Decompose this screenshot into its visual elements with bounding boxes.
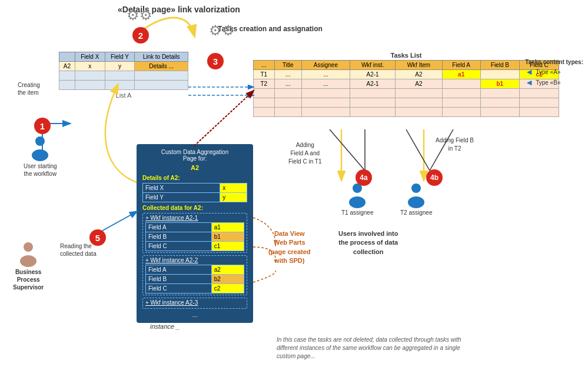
dvwp-label: Data View Web Parts (page created with S… — [268, 229, 311, 266]
users-involved-label: Users involved into the process of data … — [338, 229, 398, 256]
wkf-field-a: Field A — [146, 223, 212, 232]
type-a-label: Type «A» — [536, 69, 560, 75]
content-types-panel: Tasks content types: ◄ Type «A» ◄ Type «… — [525, 59, 583, 88]
wkf-row-c1: Field C c1 — [146, 242, 244, 251]
type-a-row: ◄ Type «A» — [525, 67, 583, 76]
wkf-val-c1: c1 — [211, 242, 244, 251]
cell-t1-wkfinst: A2-1 — [350, 70, 395, 79]
table-row — [59, 71, 188, 81]
cell-t2-id: T2 — [254, 79, 275, 89]
cell-t1-title: ... — [274, 70, 301, 79]
svg-point-4 — [35, 136, 45, 146]
creating-item-label: Creating the item — [18, 81, 40, 96]
user-icon — [29, 135, 51, 161]
svg-point-9 — [408, 196, 424, 208]
bp-supervisor-icon — [18, 241, 39, 267]
type-b-label: Type «B» — [536, 79, 560, 86]
task-row-empty2 — [254, 98, 559, 108]
t1-assignee-person: T1 assignee — [341, 182, 373, 216]
wkf-row-b2: Field B b2 — [146, 275, 244, 284]
svg-point-7 — [349, 196, 366, 208]
wkf-val-a2: a2 — [211, 265, 244, 275]
wkf-row-a2: Field A a2 — [146, 265, 244, 275]
user-label: User starting the workflow — [24, 162, 57, 178]
t1-assignee-label: T1 assignee — [341, 209, 373, 216]
cell-a2-y: y — [105, 62, 135, 71]
t2-assignee-person: T2 assignee — [400, 182, 432, 216]
wkf-field-b2: Field B — [146, 275, 212, 284]
badge-5: 5 — [89, 229, 106, 246]
wkf-field-b: Field B — [146, 232, 212, 242]
t2-assignee-label: T2 assignee — [400, 209, 432, 216]
gear-icon-right: ⚙⚙ — [209, 22, 235, 39]
wkf-val-c2: c2 — [211, 284, 244, 293]
th-linkdetails: Link to Details — [135, 52, 188, 62]
list-a-label: List A — [59, 92, 188, 99]
task-row-empty3 — [254, 108, 559, 117]
cell-t2-wkfinst: A2-1 — [350, 79, 395, 89]
th-wkfinst: Wkf inst. — [350, 61, 395, 70]
cdap-wkf-a2-1-title: + Wkf instance A2-1 — [145, 215, 244, 221]
wkf-val-b1: b1 — [211, 232, 244, 242]
cdap-wkf-a2-1-table: Field A a1 Field B b1 Field C c1 — [145, 222, 244, 251]
cdap-wkf-a2-3-title: + Wkf instance A2-3 — [145, 299, 244, 306]
cdap-container: Custom Data Aggregation Page for: A2 Det… — [137, 144, 253, 323]
cell-t2-title: ... — [274, 79, 301, 89]
cell-t1-assignee: ... — [301, 70, 350, 79]
list-a-table: Field X Field Y Link to Details A2 x y D… — [59, 52, 188, 90]
th-fieldy: Field Y — [105, 52, 135, 62]
cell-a2-id: A2 — [59, 62, 75, 71]
cell-t2-fielda — [442, 79, 480, 89]
task-row-t2: T2 ... ... A2-1 A2 b1 — [254, 79, 559, 89]
gear-icon-left: ⚙⚙ — [127, 7, 152, 24]
cell-details: Details ... — [135, 62, 188, 71]
bp-supervisor-person: Business Process Supervisor — [13, 241, 44, 291]
cdap-detail-val-y: y — [220, 193, 247, 202]
cdap-detail-field-x: Field X — [143, 184, 220, 193]
cdap-title: Custom Data Aggregation Page for: — [142, 149, 247, 162]
svg-point-8 — [411, 184, 421, 193]
cdap-detail-val-x: x — [220, 184, 247, 193]
th-empty — [59, 52, 75, 62]
adding-fieldb-label: Adding Field Bin T2 — [436, 136, 474, 153]
svg-point-10 — [24, 242, 33, 252]
th-assignee: Assignee — [301, 61, 350, 70]
tasks-list-label: Tasks List — [253, 52, 559, 59]
svg-line-0 — [330, 129, 365, 171]
cell-t1-fieldb — [480, 70, 519, 79]
cdap-details-table: Field X x Field Y y — [142, 183, 247, 202]
svg-point-5 — [32, 149, 48, 161]
table-row — [59, 81, 188, 90]
th-title: Title — [274, 61, 301, 70]
badge-2: 2 — [132, 27, 149, 44]
cell-t1-id: T1 — [254, 70, 275, 79]
task-row-t1: T1 ... ... A2-1 A2 a1 c1 — [254, 70, 559, 79]
wkf-row-c2: Field C c2 — [146, 284, 244, 293]
wkf-field-a2: Field A — [146, 265, 212, 275]
cdap-wkf-a2-2-title: + Wkf instance A2-2 — [145, 257, 244, 263]
th-fieldx: Field X — [75, 52, 105, 62]
tasks-table-container: Tasks List ... Title Assignee Wkf inst. … — [253, 52, 559, 117]
wkf-row-a1: Field A a1 — [146, 223, 244, 232]
cdap-collected-label: Collected data for A2: — [142, 205, 247, 211]
badge-4a: 4a — [356, 169, 372, 186]
cdap-detail-row-x: Field X x — [143, 184, 247, 193]
cell-a2-x: x — [75, 62, 105, 71]
adding-fielda-label: AddingField A andField C in T1 — [288, 141, 322, 166]
type-a-arrow: ◄ — [525, 67, 533, 76]
table-row: A2 x y Details ... — [59, 62, 188, 71]
instance-label: instance _ — [150, 322, 180, 331]
wkf-field-c: Field C — [146, 242, 212, 251]
reading-collected-label: Reading the collected data — [60, 242, 97, 258]
cell-t2-assignee: ... — [301, 79, 350, 89]
cell-t2-fieldb: b1 — [480, 79, 519, 89]
th-fielda: Field A — [442, 61, 480, 70]
wkf-row-b1: Field B b1 — [146, 232, 244, 242]
cdap-details-label: Details of A2: — [142, 175, 247, 181]
bp-supervisor-label: Business Process Supervisor — [13, 268, 44, 291]
th-wkfitem: Wkf Item — [396, 61, 442, 70]
cell-t1-fielda: a1 — [442, 70, 480, 79]
badge-3: 3 — [207, 53, 224, 69]
cell-t1-wkfitem: A2 — [396, 70, 442, 79]
task-row-empty1 — [254, 89, 559, 98]
